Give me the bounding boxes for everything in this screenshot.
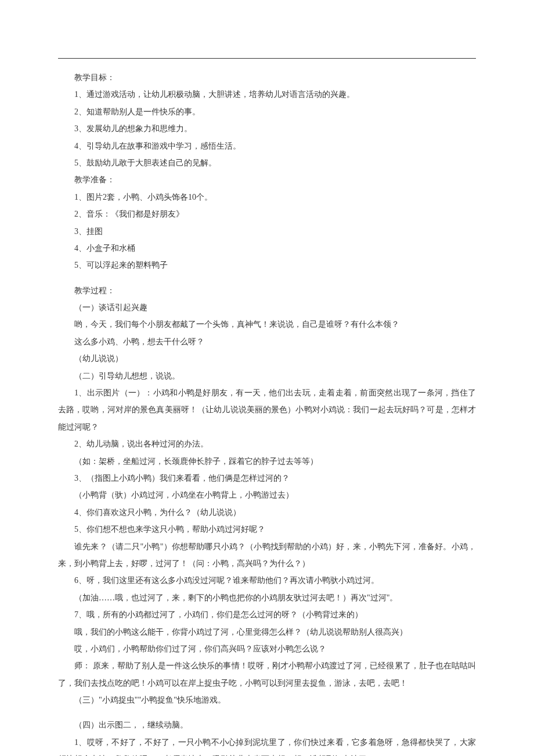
paragraph: 4、你们喜欢这只小鸭，为什么？（幼儿说说） [58,504,476,521]
goal-item: 5、鼓励幼儿敢于大胆表述自己的见解。 [58,154,476,171]
prep-item: 1、图片2套，小鸭、小鸡头饰各10个。 [58,189,476,206]
paragraph: 哟，今天，我们每个小朋友都戴了一个头饰，真神气！来说说，自己是谁呀？有什么本领？ [58,316,476,333]
paragraph: 2、幼儿动脑，说出各种过河的办法。 [58,435,476,452]
paragraph: 1、出示图片（一）：小鸡和小鸭是好朋友，有一天，他们出去玩，走着走着，前面突然出… [58,384,476,435]
blank-line [58,274,476,282]
paragraph: 6、呀，我们这里还有这么多小鸡没过河呢？谁来帮助他们？再次请小鸭驮小鸡过河。 [58,572,476,589]
prep-item: 4、小盒子和水桶 [58,240,476,257]
part2-title: （二）引导幼儿想想，说说。 [58,368,476,384]
paragraph: 5、你们想不想也来学这只小鸭，帮助小鸡过河好呢？ [58,521,476,538]
horizontal-rule [58,58,476,59]
paragraph: 7、哦，所有的小鸡都过河了，小鸡们，你们是怎么过河的呀？（小鸭背过来的） [58,606,476,623]
goal-item: 1、通过游戏活动，让幼儿积极动脑，大胆讲述，培养幼儿对语言活动的兴趣。 [58,86,476,103]
part3-title: （三）"小鸡捉虫""小鸭捉鱼"快乐地游戏。 [58,692,476,708]
paragraph: 谁先来？（请二只"小鸭"）你想帮助哪只小鸡？（小鸭找到帮助的小鸡）好，来，小鸭先… [58,538,476,573]
paragraph: （加油……哦，也过河了，来，剩下的小鸭也把你的小鸡朋友驮过河去吧！）再次"过河"… [58,589,476,606]
paragraph: 师： 原来，帮助了别人是一件这么快乐的事情！哎呀，刚才小鸭帮小鸡渡过了河，已经很… [58,657,476,692]
paragraph: 哦，我们的小鸭这么能干，你背小鸡过了河，心里觉得怎么样？（幼儿说说帮助别人很高兴… [58,624,476,640]
part1-title: （一）谈话引起兴趣 [58,299,476,316]
paragraph: 3、（指图上小鸡小鸭）我们来看看，他们俩是怎样过河的？ [58,470,476,487]
paragraph: （幼儿说说） [58,350,476,367]
section-process-title: 教学过程： [58,282,476,299]
prep-item: 2、音乐：《我们都是好朋友》 [58,206,476,222]
paragraph: 1、哎呀，不好了，不好了，一只小鸭不小心掉到泥坑里了，你们快过来看，它多着急呀，… [58,734,476,756]
document-page: 教学目标： 1、通过游戏活动，让幼儿积极动脑，大胆讲述，培养幼儿对语言活动的兴趣… [0,0,534,756]
goal-item: 4、引导幼儿在故事和游戏中学习，感悟生活。 [58,138,476,154]
paragraph: 哎，小鸡们，小鸭帮助你们过了河，你们高兴吗？应该对小鸭怎么说？ [58,640,476,657]
paragraph: 这么多小鸡、小鸭，想去干什么呀？ [58,333,476,350]
paragraph: （小鸭背（驮）小鸡过河，小鸡坐在小鸭背上，小鸭游过去） [58,487,476,503]
goal-item: 2、知道帮助别人是一件快乐的事。 [58,103,476,120]
section-goals-title: 教学目标： [58,69,476,86]
goal-item: 3、发展幼儿的想象力和思维力。 [58,120,476,137]
section-prep-title: 教学准备： [58,171,476,188]
blank-line [58,708,476,717]
prep-item: 5、可以浮起来的塑料鸭子 [58,257,476,273]
prep-item: 3、挂图 [58,223,476,240]
paragraph: （如：架桥，坐船过河，长颈鹿伸长脖子，踩着它的脖子过去等等） [58,453,476,470]
part4-title: （四）出示图二，，继续动脑。 [58,717,476,733]
